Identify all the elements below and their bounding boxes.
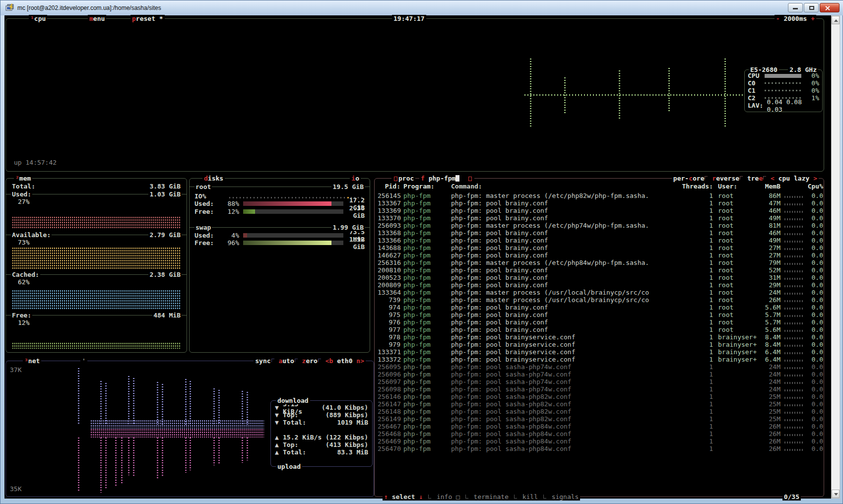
iface-next-button[interactable]: n> — [356, 357, 364, 365]
per-core-toggle[interactable]: per-core — [673, 175, 705, 182]
proc-program: php-fpm — [403, 199, 451, 207]
table-row[interactable]: 256095php-fpmphp-fpm: pool sasha-php74w.… — [375, 363, 824, 371]
info-button[interactable]: info □ — [437, 493, 460, 501]
table-row[interactable]: 133372php-fpmphp-fpm: pool brainyservice… — [375, 356, 824, 363]
proc-pid: 256097 — [378, 378, 400, 385]
scroll-down-button[interactable] — [832, 490, 840, 498]
proc-cpu: 0.0 — [803, 333, 823, 341]
tab-mem[interactable]: ²mem — [14, 175, 32, 182]
menu-button[interactable]: menu — [88, 15, 106, 22]
proc-header-row: Pid: Program: Command: Threads: User: Me… — [375, 183, 824, 190]
table-row[interactable]: 256145php-fpmphp-fpm: master process (/e… — [375, 192, 824, 199]
minimize-button[interactable] — [788, 3, 803, 12]
proc-count: 0/35 — [782, 493, 801, 501]
tab-cpu[interactable]: ¹cpu — [29, 15, 47, 22]
proc-cpu: 0.0 — [803, 289, 823, 296]
table-row[interactable]: 200809php-fpmphp-fpm: pool brainy.conf1r… — [375, 281, 824, 289]
reverse-toggle[interactable]: reverse — [712, 175, 739, 182]
table-row[interactable]: 976php-fpmphp-fpm: pool brainy.conf1root… — [375, 318, 824, 326]
proc-pid: 739 — [378, 296, 400, 304]
proc-title[interactable]: proc — [391, 175, 415, 182]
table-row[interactable]: 256098php-fpmphp-fpm: pool sasha-php74w.… — [375, 385, 824, 393]
proc-pid: 133370 — [378, 214, 400, 222]
proc-pid: 979 — [378, 341, 400, 348]
sort-next-button[interactable]: > — [813, 175, 817, 182]
table-row[interactable]: 256468php-fpmphp-fpm: pool sasha-php84w.… — [375, 430, 824, 438]
table-row[interactable]: 200523php-fpmphp-fpm: pool brainy.conf1r… — [375, 274, 824, 281]
sync-button[interactable]: sync — [255, 357, 270, 365]
proc-mem-graph-icon — [784, 263, 803, 265]
table-row[interactable]: 739php-fpmphp-fpm: master process (/usr/… — [375, 296, 824, 304]
proc-program: php-fpm — [403, 326, 451, 333]
table-row[interactable]: 979php-fpmphp-fpm: pool brainyservice.co… — [375, 341, 824, 348]
table-row[interactable]: 256097php-fpmphp-fpm: pool sasha-php74w.… — [375, 378, 824, 385]
proc-program: php-fpm — [403, 348, 451, 356]
table-row[interactable]: 146627php-fpmphp-fpm: pool brainy.conf1r… — [375, 252, 824, 259]
core-row: C00% — [745, 79, 822, 87]
proc-pid: 200523 — [378, 274, 400, 281]
table-row[interactable]: 975php-fpmphp-fpm: pool brainy.conf1root… — [375, 311, 824, 318]
table-row[interactable]: 133371php-fpmphp-fpm: pool brainyservice… — [375, 348, 824, 356]
proc-threads: 1 — [708, 348, 713, 356]
table-row[interactable]: 978php-fpmphp-fpm: pool brainyservice.co… — [375, 333, 824, 341]
table-row[interactable]: 256469php-fpmphp-fpm: pool sasha-php84w.… — [375, 438, 824, 445]
table-row[interactable]: 200810php-fpmphp-fpm: pool brainy.conf1r… — [375, 266, 824, 274]
table-row[interactable]: 256148php-fpmphp-fpm: pool sasha-php82w.… — [375, 408, 824, 415]
table-row[interactable]: 256149php-fpmphp-fpm: pool sasha-php82w.… — [375, 415, 824, 423]
tree-toggle[interactable]: tree — [747, 175, 763, 182]
proc-threads: 1 — [708, 214, 713, 222]
maximize-button[interactable] — [804, 3, 819, 12]
signals-button[interactable]: signals — [552, 493, 579, 501]
select-down-button[interactable]: ↓ — [419, 493, 423, 501]
sort-selector: cpu lazy — [775, 175, 813, 182]
proc-mem: 25M — [760, 393, 780, 400]
terminate-button[interactable]: terminate — [474, 493, 509, 501]
proc-pid: 146627 — [378, 252, 400, 259]
mem-available-graph — [12, 247, 181, 270]
proc-mem: 26M — [760, 445, 780, 452]
proc-mem: 29M — [760, 281, 780, 289]
proc-box: proc f php-fpm per-core reverse tree < c… — [374, 178, 824, 497]
table-row[interactable]: 133369php-fpmphp-fpm: pool brainy.conf1r… — [375, 207, 824, 214]
close-button[interactable] — [820, 3, 840, 12]
interval-plus-button[interactable]: + — [811, 15, 815, 22]
proc-pid: 256149 — [378, 415, 400, 423]
scroll-up-button[interactable] — [832, 16, 840, 24]
scrollbar[interactable] — [831, 15, 840, 499]
proc-program: php-fpm — [403, 192, 451, 199]
proc-mem-graph-icon — [784, 241, 803, 243]
preset-button[interactable]: preset * — [130, 15, 165, 22]
table-row[interactable]: 256096php-fpmphp-fpm: pool sasha-php74w.… — [375, 371, 824, 378]
interval-minus-button[interactable]: - — [776, 15, 780, 22]
disks-title[interactable]: disks — [202, 175, 225, 182]
sort-prev-button[interactable]: < — [771, 175, 775, 182]
zero-button[interactable]: zero — [302, 357, 318, 365]
table-row[interactable]: 256147php-fpmphp-fpm: pool sasha-php82w.… — [375, 400, 824, 408]
io-toggle[interactable]: io — [350, 175, 361, 182]
titlebar[interactable]: mc [root@a202.itdeveloper.com.ua]:/home/… — [0, 0, 843, 15]
proc-user: root — [718, 252, 760, 259]
table-row[interactable]: 133368php-fpmphp-fpm: pool brainy.conf1r… — [375, 229, 824, 237]
table-row[interactable]: 133370php-fpmphp-fpm: pool brainy.conf1r… — [375, 214, 824, 222]
proc-filter[interactable]: f php-fpm — [419, 175, 474, 182]
table-row[interactable]: 256467php-fpmphp-fpm: pool sasha-php84w.… — [375, 423, 824, 430]
proc-command: php-fpm: pool sasha-php74w.conf — [451, 363, 708, 371]
kill-button[interactable]: kill — [522, 493, 538, 501]
table-row[interactable]: 143688php-fpmphp-fpm: pool brainy.conf1r… — [375, 244, 824, 252]
select-up-button[interactable]: ↑ — [384, 493, 388, 501]
table-row[interactable]: 256093php-fpmphp-fpm: master process (/e… — [375, 222, 824, 229]
proc-mem-graph-icon — [784, 255, 803, 257]
table-row[interactable]: 977php-fpmphp-fpm: pool brainy.conf1root… — [375, 326, 824, 333]
table-row[interactable]: 974php-fpmphp-fpm: pool brainy.conf1root… — [375, 304, 824, 311]
table-row[interactable]: 256316php-fpmphp-fpm: master process (/e… — [375, 259, 824, 266]
iface-prev-button[interactable]: <b — [325, 357, 333, 365]
table-row[interactable]: 133364php-fpmphp-fpm: master process (/u… — [375, 289, 824, 296]
auto-button[interactable]: auto — [278, 357, 294, 365]
tab-net[interactable]: ³net — [23, 357, 41, 365]
table-row[interactable]: 256146php-fpmphp-fpm: pool sasha-php82w.… — [375, 393, 824, 400]
table-row[interactable]: 256470php-fpmphp-fpm: pool sasha-php84w.… — [375, 445, 824, 452]
table-row[interactable]: 133366php-fpmphp-fpm: pool brainy.conf1r… — [375, 237, 824, 244]
proc-cpu: 0.0 — [803, 430, 823, 438]
table-row[interactable]: 133367php-fpmphp-fpm: pool brainy.conf1r… — [375, 199, 824, 207]
proc-cpu: 0.0 — [803, 311, 823, 318]
